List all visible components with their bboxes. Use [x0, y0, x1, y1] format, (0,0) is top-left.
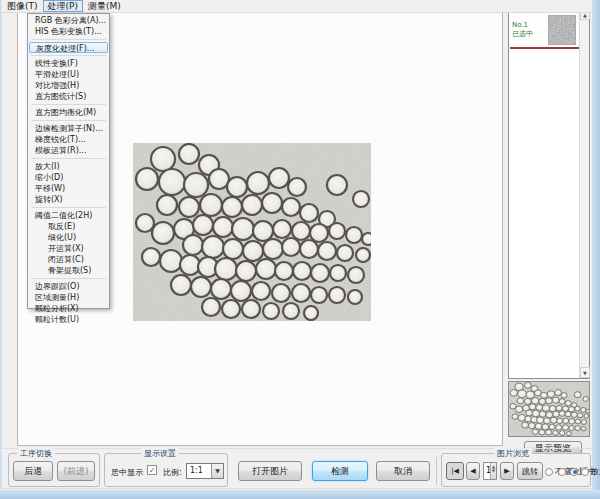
radio-label: 放大: [591, 466, 600, 477]
menu-item[interactable]: 线性变换(F): [28, 58, 109, 69]
list-item-line1: No.1: [512, 21, 548, 30]
menu-item[interactable]: 平移(W): [28, 183, 109, 194]
menu-item[interactable]: 缩小(D): [28, 172, 109, 183]
center-display-label: 居中显示: [111, 467, 143, 478]
image-list[interactable]: No.1 已选中 ▲ ▼: [508, 8, 590, 379]
menubar: 图像(T) 处理(P) 测量(M): [2, 0, 592, 13]
forward-button[interactable]: (前进): [57, 461, 95, 481]
menu-item[interactable]: 直方图均衡化(M): [28, 107, 109, 118]
menu-separator: [31, 55, 106, 56]
radio-circle-icon[interactable]: [581, 468, 589, 476]
menu-item[interactable]: 颗粒计数(U): [28, 314, 109, 325]
first-image-button[interactable]: |◀: [446, 462, 464, 480]
menu-item[interactable]: 细化(U): [28, 232, 109, 243]
preview-svg: [509, 382, 589, 436]
radio-circle-icon[interactable]: [570, 468, 578, 476]
menu-item[interactable]: 阈值二值化(2H): [28, 210, 109, 221]
radio-circle-icon[interactable]: [545, 468, 553, 476]
scale-combobox[interactable]: 1:1 ▼: [186, 463, 224, 479]
preview-thumbnail[interactable]: [508, 381, 590, 437]
list-item-thumbnail: [548, 15, 576, 45]
scroll-down-icon[interactable]: ▼: [580, 367, 590, 378]
menu-separator: [31, 104, 106, 105]
menu-item[interactable]: 边界跟踪(O): [28, 281, 109, 292]
zoom-radio-4[interactable]: 放大: [581, 466, 600, 477]
menu-item[interactable]: RGB 色彩分离(A)...: [28, 15, 109, 26]
micrograph-svg: [133, 143, 371, 321]
prev-image-button[interactable]: ◀: [466, 462, 480, 480]
menu-item[interactable]: 旋转(X): [28, 194, 109, 205]
list-item-text: No.1 已选中: [510, 21, 548, 39]
radio-circle-icon[interactable]: [558, 468, 566, 476]
menu-item[interactable]: 开运算(X): [28, 243, 109, 254]
spinner-arrows-icon[interactable]: ▲▼: [490, 463, 496, 479]
menu-process[interactable]: 处理(P): [43, 0, 83, 12]
menu-item[interactable]: 闭运算(C): [28, 254, 109, 265]
scale-label: 比例:: [163, 467, 182, 478]
menu-item[interactable]: 对比增强(H): [28, 80, 109, 91]
menu-item[interactable]: 平滑处理(U): [28, 69, 109, 80]
window-border-left: [0, 0, 2, 499]
menu-item[interactable]: 颗粒分析(X): [28, 303, 109, 314]
open-image-button[interactable]: 打开图片: [238, 461, 302, 481]
center-display-checkbox[interactable]: ✓: [147, 465, 157, 475]
menu-separator: [31, 39, 106, 40]
menu-item[interactable]: 取反(E): [28, 221, 109, 232]
group-view-title: 显示设置: [141, 448, 179, 459]
back-button[interactable]: 后退: [13, 461, 53, 481]
menu-separator: [31, 120, 106, 121]
group-steps-title: 工序切换: [17, 448, 55, 459]
menu-item[interactable]: 边缘检测算子(N)...: [28, 123, 109, 134]
menu-separator: [31, 278, 106, 279]
menu-item[interactable]: HIS 色彩变换(T)...: [28, 26, 109, 37]
list-item-selected[interactable]: No.1 已选中: [510, 11, 579, 49]
menu-separator: [31, 207, 106, 208]
menu-item[interactable]: 梯度锐化(T)...: [28, 134, 109, 145]
menu-item[interactable]: 直方图统计(S): [28, 91, 109, 102]
window-border-right: [592, 0, 600, 499]
next-image-button[interactable]: ▶: [500, 462, 514, 480]
cancel-button[interactable]: 取消: [376, 461, 430, 481]
image-number-spinner[interactable]: 1 ▲▼: [483, 462, 497, 480]
list-item-line2: 已选中: [512, 30, 548, 39]
toolbar-vertical-separator: [436, 457, 437, 485]
menu-item[interactable]: 骨架提取(S): [28, 265, 109, 276]
menu-item[interactable]: 模板运算(R)...: [28, 145, 109, 156]
window-border-bottom: [0, 490, 600, 499]
toolbar-divider-bottom: [2, 488, 592, 489]
process-dropdown-menu: RGB 色彩分离(A)...HIS 色彩变换(T)...灰度化处理(F)...线…: [27, 13, 110, 309]
list-scrollbar[interactable]: ▲ ▼: [579, 9, 589, 378]
combo-arrow-icon[interactable]: ▼: [211, 464, 223, 478]
group-browse-title: 图片浏览: [494, 448, 532, 459]
goto-button[interactable]: 跳转: [517, 462, 543, 480]
scale-combobox-value: 1:1: [190, 466, 203, 475]
menu-item[interactable]: 放大(I): [28, 161, 109, 172]
menu-image[interactable]: 图像(T): [2, 0, 43, 12]
detect-button[interactable]: 检测: [312, 461, 368, 481]
menu-item[interactable]: 区域测量(H): [28, 292, 109, 303]
menu-separator: [31, 158, 106, 159]
micrograph-image: [133, 143, 371, 321]
menu-item[interactable]: 灰度化处理(F)...: [29, 42, 108, 53]
menu-measure[interactable]: 测量(M): [83, 0, 126, 12]
